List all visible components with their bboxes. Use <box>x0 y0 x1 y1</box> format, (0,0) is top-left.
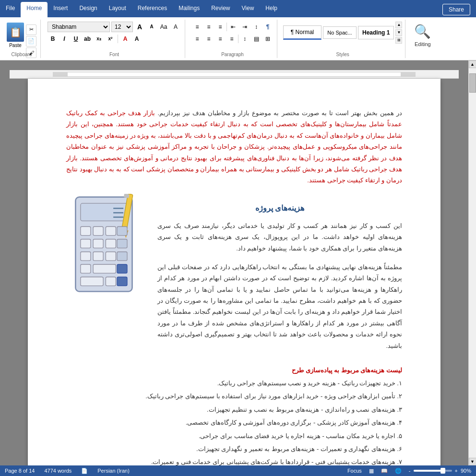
cut-button[interactable]: ✂ <box>26 24 36 35</box>
svg-rect-18 <box>106 251 116 260</box>
clipboard-group: 📋 Paste ✂ 📄 🖌 Clipboard <box>3 20 41 58</box>
show-hide-button[interactable]: ¶ <box>262 22 273 32</box>
font-group: Shabnam 12 A A Aa A B I U ab x₂ x² A A <box>44 20 185 58</box>
svg-rect-24 <box>106 277 116 286</box>
svg-rect-23 <box>81 277 103 286</box>
app-window: File Home Insert Design Layout Reference… <box>0 0 476 476</box>
tab-mailings[interactable]: Mailings <box>173 2 205 17</box>
svg-rect-20 <box>81 264 91 273</box>
shading-button[interactable]: ▤ <box>251 34 262 44</box>
cost-para2: مطمئناً هزینه‌های نهایی پیشنهادی ما بستگ… <box>157 262 402 351</box>
font-label: Font <box>44 52 185 57</box>
sort-button[interactable]: ↕ <box>251 22 262 32</box>
scroll-thumb[interactable] <box>469 73 476 93</box>
svg-rect-15 <box>117 239 127 248</box>
share-button[interactable]: Share <box>442 4 470 15</box>
scroll-up-button[interactable]: ▲ <box>469 60 476 68</box>
calculator-image <box>66 194 148 295</box>
borders-button[interactable]: ⊞ <box>262 34 273 44</box>
multilevel-list-button[interactable]: ≡ <box>215 22 226 32</box>
list-item-2: ۲. تأمین ابزارهای جراحی ویژه - خرید ابزا… <box>66 391 402 402</box>
svg-rect-17 <box>93 251 103 260</box>
zoom-minus[interactable]: - <box>409 468 411 474</box>
paragraph-group: ≡ ≡ ≡ ⇤ ⇥ ↕ ¶ ≡ ≡ ≡ ≡ ↕ ▤ ⊞ Paragraph <box>188 20 277 58</box>
svg-rect-11 <box>117 226 127 235</box>
vertical-scrollbar[interactable]: ▲ ▼ <box>468 60 476 465</box>
content-area: در همین بخش بهتر است تا به صورت مختصر به… <box>0 60 476 465</box>
align-center-button[interactable]: ≡ <box>203 34 214 44</box>
tab-file[interactable]: File <box>0 2 21 17</box>
zoom-level: 90% <box>461 468 471 474</box>
styles-scroll-up[interactable]: ▲ <box>395 22 402 28</box>
read-view-icon[interactable]: 📖 <box>381 468 388 474</box>
cost-text-column: هزینه‌های پروژه این کسب و کار نیز همانند… <box>157 194 402 359</box>
style-normal[interactable]: ¶ Normal <box>283 25 321 40</box>
layout-view-icon[interactable]: ▦ <box>369 468 374 474</box>
increase-font-button[interactable]: A <box>134 22 145 32</box>
tab-insert[interactable]: Insert <box>48 2 73 17</box>
italic-button[interactable]: I <box>59 34 70 44</box>
editing-icon: 🔍 <box>414 24 431 39</box>
align-left-button[interactable]: ≡ <box>192 34 202 44</box>
svg-rect-16 <box>81 251 91 260</box>
tab-review[interactable]: Review <box>205 2 236 17</box>
clear-format-button[interactable]: A <box>170 22 181 32</box>
web-view-icon[interactable]: 🌐 <box>395 468 402 474</box>
subscript-button[interactable]: x₂ <box>94 34 104 44</box>
numbering-button[interactable]: ≡ <box>203 22 214 32</box>
highlight-button[interactable]: A <box>131 34 142 44</box>
change-case-button[interactable]: Aa <box>158 22 169 32</box>
styles-scroll-down[interactable]: ▼ <box>395 29 402 36</box>
svg-rect-12 <box>81 239 91 248</box>
cost-section: هزینه‌های پروژه این کسب و کار نیز همانند… <box>66 194 402 359</box>
paste-button[interactable]: 📋 Paste <box>7 23 24 48</box>
language: Persian (Iran) <box>97 468 130 474</box>
bold-button[interactable]: B <box>48 34 58 44</box>
font-family-select[interactable]: Shabnam <box>48 22 110 32</box>
svg-rect-13 <box>93 239 103 248</box>
ruler <box>10 70 459 79</box>
cost-intro: این کسب و کار نیز همانند هر کسب و کار تو… <box>157 220 402 254</box>
scroll-track[interactable] <box>469 68 476 458</box>
svg-rect-22 <box>117 264 127 273</box>
svg-rect-9 <box>93 226 103 235</box>
styles-group: ¶ Normal No Spac... Heading 1 ▲ ▼ ⊞ Styl… <box>280 20 405 58</box>
styles-more[interactable]: ⊞ <box>395 37 402 44</box>
scroll-down-button[interactable]: ▼ <box>469 458 476 465</box>
document-page: در همین بخش بهتر است تا به صورت مختصر به… <box>28 79 440 465</box>
body-red-text: بازار هدف جراحی به کمک رباتیک عمدتاً شام… <box>66 109 402 184</box>
tab-view[interactable]: View <box>236 2 260 17</box>
bullets-button[interactable]: ≡ <box>192 22 202 32</box>
line-spacing-button[interactable]: ↕ <box>239 34 250 44</box>
superscript-button[interactable]: x² <box>105 34 116 44</box>
ribbon-content: 📋 Paste ✂ 📄 🖌 Clipboard Shabnam 12 <box>0 17 476 60</box>
zoom-slider[interactable] <box>414 470 452 472</box>
document-scroll-area[interactable]: در همین بخش بهتر است تا به صورت مختصر به… <box>0 60 468 465</box>
status-right: Focus ▦ 📖 🌐 - + 90% <box>347 468 471 474</box>
zoom-plus[interactable]: + <box>455 468 458 474</box>
tab-layout[interactable]: Layout <box>103 2 132 17</box>
tab-home[interactable]: Home <box>21 2 48 17</box>
justify-button[interactable]: ≡ <box>226 34 237 44</box>
svg-rect-14 <box>106 239 116 248</box>
focus-label[interactable]: Focus <box>347 468 362 474</box>
tab-design[interactable]: Design <box>73 2 103 17</box>
ribbon-tabs: File Home Insert Design Layout Reference… <box>0 0 476 17</box>
underline-button[interactable]: U <box>71 34 81 44</box>
zoom-bar: - + 90% <box>409 468 471 474</box>
copy-button[interactable]: 📄 <box>26 36 36 47</box>
decrease-indent-button[interactable]: ⇤ <box>228 22 238 32</box>
tab-help[interactable]: Help <box>260 2 283 17</box>
strikethrough-button[interactable]: ab <box>82 34 93 44</box>
text-color-button[interactable]: A <box>120 34 131 44</box>
align-right-button[interactable]: ≡ <box>215 34 226 44</box>
style-nospace[interactable]: No Spac... <box>323 26 357 39</box>
intro-paragraph: در همین بخش بهتر است تا به صورت مختصر به… <box>66 107 402 186</box>
decrease-font-button[interactable]: A <box>146 22 157 32</box>
font-size-select[interactable]: 12 <box>111 22 133 32</box>
style-heading1[interactable]: Heading 1 <box>358 26 394 39</box>
list-item-4: ۴. هزینه‌های آموزش کادر پزشکی - برگزاری … <box>66 417 402 428</box>
tab-references[interactable]: References <box>132 2 173 17</box>
increase-indent-button[interactable]: ⇥ <box>239 22 250 32</box>
list-heading: لیست هزینه‌های مربوط به پیاده‌سازی طرح <box>66 367 402 374</box>
